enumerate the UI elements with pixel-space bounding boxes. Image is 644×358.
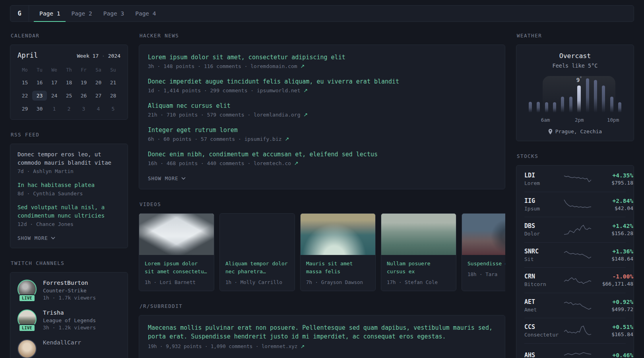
tab-page-1[interactable]: Page 1: [34, 6, 66, 22]
sparkline: [564, 224, 591, 235]
hn-story-meta: 1d · 1,414 points · 299 comments · ipsum…: [148, 88, 496, 93]
video-title[interactable]: Lorem ipsum dolor sit amet consectetu…: [145, 260, 208, 276]
hn-story-domain-link[interactable]: ipsumify.biz ↗: [244, 136, 289, 142]
video-thumbnail[interactable]: [462, 214, 505, 255]
hn-story-domain-link[interactable]: ipsumworld.net ↗: [257, 88, 308, 93]
subreddit-widget: /R/SUBREDDIT Maecenas mollis pulvinar er…: [139, 303, 505, 358]
rss-show-more-button[interactable]: SHOW MORE: [17, 235, 55, 241]
video-title[interactable]: Mauris sit amet massa felis: [306, 260, 370, 276]
video-title[interactable]: Aliquam tempor dolor nec pharetra…: [225, 260, 289, 276]
video-title[interactable]: Suspendisse diam: [467, 260, 505, 268]
stock-ticker[interactable]: LDI: [524, 172, 564, 179]
nav-tabs: Page 1 Page 2 Page 3 Page 4: [29, 6, 167, 21]
rss-item-title[interactable]: Sed volutpat nulla nisl, a condimentum n…: [17, 203, 120, 220]
channel-name[interactable]: ForrestBurton: [43, 280, 96, 286]
rss-item-title[interactable]: In hac habitasse platea: [17, 181, 120, 189]
video-thumbnail[interactable]: [381, 214, 456, 255]
stock-row-crn[interactable]: CRNBitcorn -1.00%$66,171.48: [524, 267, 626, 293]
video-card[interactable]: Mauris sit amet massa felis 7h · Grayson…: [300, 213, 376, 291]
hn-story-domain-link[interactable]: loremdomain.com ↗: [250, 63, 305, 69]
avatar[interactable]: LIVE: [17, 309, 37, 329]
stock-row-iig[interactable]: IIGIpsum +2.84%$42.04: [524, 192, 626, 217]
video-title[interactable]: Nullam posuere cursus ex: [387, 260, 450, 276]
calendar-day: 27: [91, 91, 106, 101]
reddit-post-domain-link[interactable]: loremnet.xyz ↗: [262, 343, 305, 349]
stock-ticker[interactable]: AET: [524, 298, 564, 305]
video-thumbnail[interactable]: [220, 214, 295, 255]
videos-row: Lorem ipsum dolor sit amet consectetu… 1…: [139, 213, 505, 291]
twitch-channel-forrestburton[interactable]: LIVE ForrestBurton Counter-Strike 1h · 1…: [17, 280, 120, 301]
tab-page-2[interactable]: Page 2: [66, 6, 97, 22]
twitch-channel-kendallcarr[interactable]: KendallCarr: [17, 339, 120, 358]
rss-item-title[interactable]: Donec tempor eros leo, ut commodo mauris…: [17, 150, 120, 167]
stock-ticker[interactable]: CRN: [524, 273, 564, 280]
rss-item: In hac habitasse platea 8d · Cynthia Sau…: [17, 181, 120, 197]
calendar-day-next-month: 4: [91, 104, 106, 114]
channel-name[interactable]: KendallCarr: [43, 339, 81, 346]
video-card[interactable]: Nullam posuere cursus ex 17h · Stefan Co…: [381, 213, 456, 291]
stock-ticker[interactable]: IIG: [524, 197, 564, 204]
stock-ticker[interactable]: CCS: [524, 323, 564, 331]
rss-item-meta: 7d · Ashlyn Martin: [17, 168, 120, 174]
stock-price: $499.72: [591, 306, 633, 312]
weather-feels-like: Feels like 5°C: [524, 62, 626, 69]
video-card[interactable]: Aliquam tempor dolor nec pharetra… 1h · …: [219, 213, 295, 291]
stock-name: Lorem: [524, 180, 564, 186]
stock-ticker[interactable]: SNRC: [524, 248, 564, 255]
stock-row-ldi[interactable]: LDILorem +4.35%$795.18: [524, 166, 626, 192]
location-pin-icon: [548, 129, 553, 134]
hn-show-more-button[interactable]: SHOW MORE: [148, 175, 186, 181]
external-link-icon: ↗: [301, 343, 305, 349]
avatar[interactable]: LIVE: [17, 280, 37, 299]
stock-name: Bitcorn: [524, 281, 564, 287]
rss-item-meta: 12d · Chance Jones: [17, 221, 120, 227]
stock-ticker[interactable]: AHS: [524, 352, 564, 358]
videos-widget: VIDEOS Lorem ipsum dolor sit amet consec…: [139, 201, 505, 291]
video-card[interactable]: Lorem ipsum dolor sit amet consectetu… 1…: [139, 213, 214, 291]
calendar-day-next-month: 3: [76, 104, 91, 114]
tab-page-4[interactable]: Page 4: [130, 6, 161, 22]
video-thumbnail[interactable]: [301, 214, 375, 255]
weather-card: Overcast Feels like 5°C 9° 6am 2pm 10pm …: [516, 45, 634, 141]
channel-name[interactable]: Trisha: [43, 309, 96, 316]
stock-change: +2.84%: [591, 198, 633, 204]
dow-label: Th: [62, 66, 76, 74]
channel-game: Counter-Strike: [43, 288, 96, 294]
subreddit-card: Maecenas mollis pulvinar erat non posuer…: [139, 315, 505, 358]
calendar-day: 28: [106, 91, 120, 101]
stock-change: +0.51%: [591, 324, 633, 330]
stock-row-aet[interactable]: AETAmet +0.92%$499.72: [524, 293, 626, 318]
reddit-post-title[interactable]: Maecenas mollis pulvinar erat non posuer…: [148, 323, 496, 341]
calendar-day: 30: [32, 104, 47, 114]
hn-story-domain-link[interactable]: loremlandia.org ↗: [254, 112, 308, 118]
tab-page-3[interactable]: Page 3: [98, 6, 130, 22]
stock-ticker[interactable]: DBS: [524, 222, 564, 230]
dow-label: Tu: [32, 66, 47, 74]
calendar-day: 19: [76, 78, 91, 88]
hn-story-title[interactable]: Donec enim nibh, condimentum et accumsan…: [148, 150, 496, 159]
hn-story-title[interactable]: Integer eget rutrum lorem: [148, 126, 496, 134]
video-card[interactable]: Suspendisse diam 18h · Tara: [462, 213, 505, 291]
current-temperature: 9°: [576, 76, 582, 83]
hn-story-title[interactable]: Aliquam nec cursus elit: [148, 101, 496, 110]
hn-story-title[interactable]: Donec imperdiet augue tincidunt felis al…: [148, 77, 496, 86]
stock-row-ahs[interactable]: AHS +0.46%: [524, 343, 626, 358]
weather-location: Prague, Czechia: [524, 128, 626, 134]
avatar[interactable]: [17, 339, 37, 358]
twitch-channel-trisha[interactable]: LIVE Trisha League of Legends 3h · 1.2k …: [17, 309, 120, 331]
temp-bar: [537, 102, 540, 113]
stock-row-ccs[interactable]: CCSConsectetur +0.51%$165.84: [524, 318, 626, 343]
hn-story: Integer eget rutrum lorem 6h · 60 points…: [148, 126, 496, 142]
video-thumbnail[interactable]: [139, 214, 214, 255]
temperature-chart: 9°: [526, 76, 624, 115]
temp-bar: [569, 97, 572, 113]
hn-story-title[interactable]: Lorem ipsum dolor sit amet, consectetur …: [148, 53, 496, 62]
stock-row-dbs[interactable]: DBSDolor +1.42%$156.28: [524, 217, 626, 242]
app-logo[interactable]: G: [10, 6, 29, 21]
calendar-day: 25: [62, 91, 76, 101]
twitch-card: LIVE ForrestBurton Counter-Strike 1h · 1…: [10, 272, 128, 358]
stock-row-snrc[interactable]: SNRCSit +1.36%$148.64: [524, 242, 626, 268]
video-meta: 1h · Molly Carrillo: [225, 279, 289, 285]
hn-story-domain-link[interactable]: loremtech.co ↗: [254, 160, 299, 166]
stock-change: -1.00%: [591, 273, 633, 280]
